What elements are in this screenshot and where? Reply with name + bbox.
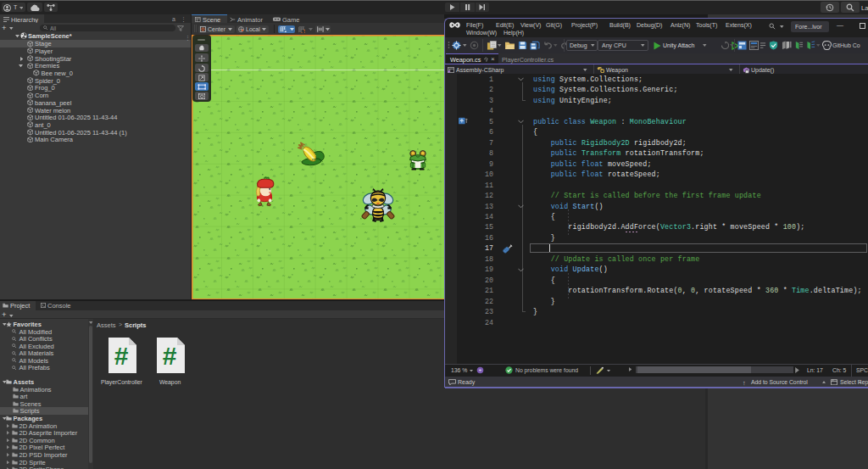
svg-text:#: # — [163, 342, 177, 370]
svg-text:#: # — [114, 342, 129, 370]
